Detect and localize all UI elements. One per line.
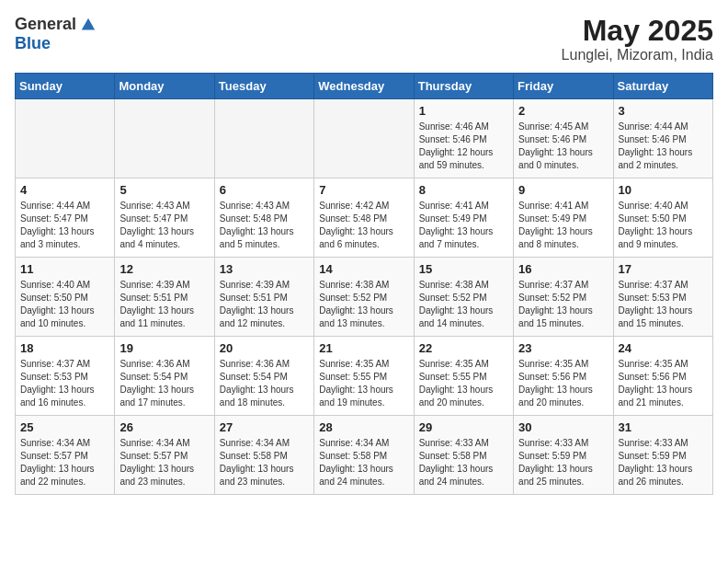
day-info: Sunrise: 4:34 AM Sunset: 5:58 PM Dayligh… xyxy=(220,437,309,488)
logo-general-text: General xyxy=(15,15,76,34)
day-number: 25 xyxy=(20,420,109,434)
calendar-cell: 11Sunrise: 4:40 AM Sunset: 5:50 PM Dayli… xyxy=(16,258,115,337)
day-number: 31 xyxy=(619,420,708,434)
calendar-cell: 23Sunrise: 4:35 AM Sunset: 5:56 PM Dayli… xyxy=(514,337,613,416)
calendar-cell: 10Sunrise: 4:40 AM Sunset: 5:50 PM Dayli… xyxy=(613,178,712,258)
logo: General Blue xyxy=(15,15,97,53)
day-info: Sunrise: 4:35 AM Sunset: 5:56 PM Dayligh… xyxy=(518,358,608,409)
weekday-header-thursday: Thursday xyxy=(414,74,513,99)
calendar-table: SundayMondayTuesdayWednesdayThursdayFrid… xyxy=(15,73,713,495)
day-number: 28 xyxy=(319,420,408,434)
calendar-cell: 8Sunrise: 4:41 AM Sunset: 5:49 PM Daylig… xyxy=(414,178,513,258)
calendar-cell: 14Sunrise: 4:38 AM Sunset: 5:52 PM Dayli… xyxy=(314,258,414,337)
title-block: May 2025 Lunglei, Mizoram, India xyxy=(562,15,713,63)
calendar-cell: 17Sunrise: 4:37 AM Sunset: 5:53 PM Dayli… xyxy=(613,258,712,337)
day-info: Sunrise: 4:37 AM Sunset: 5:52 PM Dayligh… xyxy=(518,279,608,330)
day-number: 9 xyxy=(518,183,608,197)
logo-blue-text: Blue xyxy=(15,34,51,53)
day-number: 17 xyxy=(619,262,708,276)
day-number: 15 xyxy=(419,262,508,276)
day-info: Sunrise: 4:33 AM Sunset: 5:59 PM Dayligh… xyxy=(518,437,608,488)
day-number: 11 xyxy=(20,262,109,276)
calendar-cell: 12Sunrise: 4:39 AM Sunset: 5:51 PM Dayli… xyxy=(115,258,214,337)
calendar-cell xyxy=(115,99,214,178)
calendar-cell: 3Sunrise: 4:44 AM Sunset: 5:46 PM Daylig… xyxy=(613,99,712,178)
day-info: Sunrise: 4:37 AM Sunset: 5:53 PM Dayligh… xyxy=(619,279,708,330)
day-number: 16 xyxy=(518,262,608,276)
day-number: 14 xyxy=(319,262,408,276)
weekday-header-monday: Monday xyxy=(115,74,214,99)
weekday-header-friday: Friday xyxy=(514,74,613,99)
day-number: 21 xyxy=(319,341,408,355)
day-info: Sunrise: 4:39 AM Sunset: 5:51 PM Dayligh… xyxy=(119,279,209,330)
day-number: 13 xyxy=(220,262,309,276)
calendar-cell: 24Sunrise: 4:35 AM Sunset: 5:56 PM Dayli… xyxy=(613,337,712,416)
day-number: 27 xyxy=(220,420,309,434)
day-info: Sunrise: 4:37 AM Sunset: 5:53 PM Dayligh… xyxy=(20,358,109,409)
day-info: Sunrise: 4:44 AM Sunset: 5:47 PM Dayligh… xyxy=(20,200,109,251)
day-number: 30 xyxy=(518,420,608,434)
day-number: 8 xyxy=(419,183,508,197)
day-info: Sunrise: 4:36 AM Sunset: 5:54 PM Dayligh… xyxy=(220,358,309,409)
calendar-cell: 4Sunrise: 4:44 AM Sunset: 5:47 PM Daylig… xyxy=(16,178,115,258)
day-number: 12 xyxy=(119,262,209,276)
day-info: Sunrise: 4:41 AM Sunset: 5:49 PM Dayligh… xyxy=(518,200,608,251)
calendar-cell: 13Sunrise: 4:39 AM Sunset: 5:51 PM Dayli… xyxy=(214,258,313,337)
calendar-week-row: 18Sunrise: 4:37 AM Sunset: 5:53 PM Dayli… xyxy=(16,337,713,416)
weekday-header-tuesday: Tuesday xyxy=(214,74,313,99)
calendar-cell: 20Sunrise: 4:36 AM Sunset: 5:54 PM Dayli… xyxy=(214,337,313,416)
page-header: General Blue May 2025 Lunglei, Mizoram, … xyxy=(15,15,713,63)
day-info: Sunrise: 4:38 AM Sunset: 5:52 PM Dayligh… xyxy=(319,279,408,330)
calendar-cell: 22Sunrise: 4:35 AM Sunset: 5:55 PM Dayli… xyxy=(414,337,513,416)
calendar-cell: 18Sunrise: 4:37 AM Sunset: 5:53 PM Dayli… xyxy=(16,337,115,416)
calendar-cell: 31Sunrise: 4:33 AM Sunset: 5:59 PM Dayli… xyxy=(613,416,712,495)
calendar-cell: 1Sunrise: 4:46 AM Sunset: 5:46 PM Daylig… xyxy=(414,99,513,178)
day-number: 20 xyxy=(220,341,309,355)
day-number: 19 xyxy=(119,341,209,355)
calendar-cell: 6Sunrise: 4:43 AM Sunset: 5:48 PM Daylig… xyxy=(214,178,313,258)
day-info: Sunrise: 4:43 AM Sunset: 5:48 PM Dayligh… xyxy=(220,200,309,251)
day-number: 3 xyxy=(619,104,708,118)
calendar-cell: 29Sunrise: 4:33 AM Sunset: 5:58 PM Dayli… xyxy=(414,416,513,495)
day-number: 7 xyxy=(319,183,408,197)
day-info: Sunrise: 4:35 AM Sunset: 5:55 PM Dayligh… xyxy=(419,358,508,409)
day-info: Sunrise: 4:40 AM Sunset: 5:50 PM Dayligh… xyxy=(619,200,708,251)
calendar-cell: 9Sunrise: 4:41 AM Sunset: 5:49 PM Daylig… xyxy=(514,178,613,258)
day-info: Sunrise: 4:46 AM Sunset: 5:46 PM Dayligh… xyxy=(419,121,508,172)
location-title: Lunglei, Mizoram, India xyxy=(562,47,713,63)
calendar-cell: 15Sunrise: 4:38 AM Sunset: 5:52 PM Dayli… xyxy=(414,258,513,337)
day-info: Sunrise: 4:42 AM Sunset: 5:48 PM Dayligh… xyxy=(319,200,408,251)
day-info: Sunrise: 4:34 AM Sunset: 5:57 PM Dayligh… xyxy=(119,437,209,488)
day-info: Sunrise: 4:40 AM Sunset: 5:50 PM Dayligh… xyxy=(20,279,109,330)
calendar-cell: 25Sunrise: 4:34 AM Sunset: 5:57 PM Dayli… xyxy=(16,416,115,495)
day-number: 18 xyxy=(20,341,109,355)
day-number: 29 xyxy=(419,420,508,434)
weekday-header-row: SundayMondayTuesdayWednesdayThursdayFrid… xyxy=(16,74,713,99)
day-number: 23 xyxy=(518,341,608,355)
day-info: Sunrise: 4:35 AM Sunset: 5:55 PM Dayligh… xyxy=(319,358,408,409)
logo-icon xyxy=(80,17,97,33)
svg-marker-0 xyxy=(82,17,95,29)
calendar-cell xyxy=(16,99,115,178)
calendar-cell: 19Sunrise: 4:36 AM Sunset: 5:54 PM Dayli… xyxy=(115,337,214,416)
calendar-cell: 30Sunrise: 4:33 AM Sunset: 5:59 PM Dayli… xyxy=(514,416,613,495)
day-info: Sunrise: 4:45 AM Sunset: 5:46 PM Dayligh… xyxy=(518,121,608,172)
day-info: Sunrise: 4:43 AM Sunset: 5:47 PM Dayligh… xyxy=(119,200,209,251)
day-info: Sunrise: 4:34 AM Sunset: 5:58 PM Dayligh… xyxy=(319,437,408,488)
calendar-cell: 26Sunrise: 4:34 AM Sunset: 5:57 PM Dayli… xyxy=(115,416,214,495)
day-number: 6 xyxy=(220,183,309,197)
month-title: May 2025 xyxy=(562,15,713,47)
calendar-cell: 21Sunrise: 4:35 AM Sunset: 5:55 PM Dayli… xyxy=(314,337,414,416)
calendar-week-row: 1Sunrise: 4:46 AM Sunset: 5:46 PM Daylig… xyxy=(16,99,713,178)
day-number: 5 xyxy=(119,183,209,197)
day-number: 26 xyxy=(119,420,209,434)
day-info: Sunrise: 4:39 AM Sunset: 5:51 PM Dayligh… xyxy=(220,279,309,330)
calendar-cell: 2Sunrise: 4:45 AM Sunset: 5:46 PM Daylig… xyxy=(514,99,613,178)
day-info: Sunrise: 4:44 AM Sunset: 5:46 PM Dayligh… xyxy=(619,121,708,172)
day-info: Sunrise: 4:33 AM Sunset: 5:58 PM Dayligh… xyxy=(419,437,508,488)
calendar-cell: 5Sunrise: 4:43 AM Sunset: 5:47 PM Daylig… xyxy=(115,178,214,258)
day-number: 10 xyxy=(619,183,708,197)
day-info: Sunrise: 4:35 AM Sunset: 5:56 PM Dayligh… xyxy=(619,358,708,409)
day-info: Sunrise: 4:38 AM Sunset: 5:52 PM Dayligh… xyxy=(419,279,508,330)
calendar-week-row: 4Sunrise: 4:44 AM Sunset: 5:47 PM Daylig… xyxy=(16,178,713,258)
